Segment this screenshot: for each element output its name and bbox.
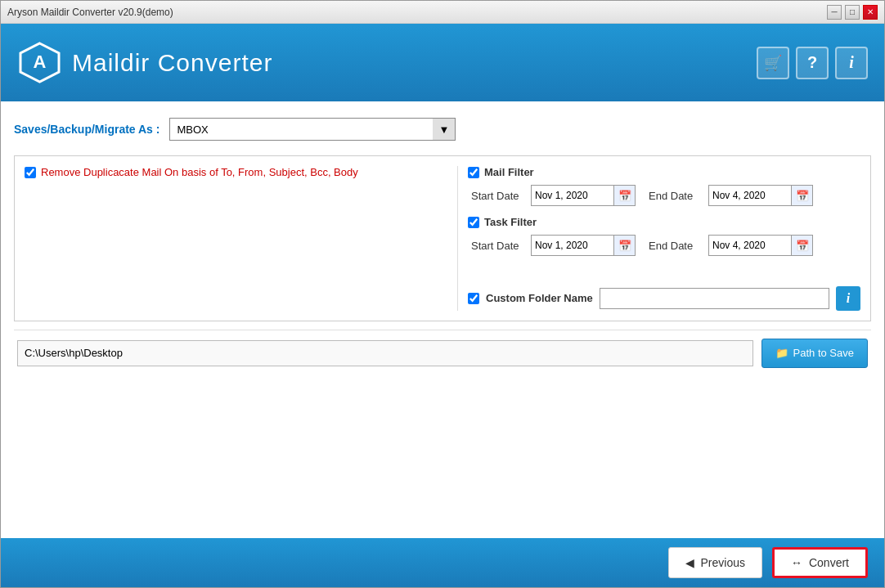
right-panel: Mail Filter Start Date 📅 End Date 📅 xyxy=(468,166,860,311)
mail-end-date-input[interactable] xyxy=(709,186,791,205)
saves-select-wrapper: MBOX PST EML MSG PDF HTML CSV ▼ xyxy=(169,118,456,141)
path-input[interactable] xyxy=(17,340,753,366)
task-start-cal-button[interactable]: 📅 xyxy=(613,236,635,255)
previous-label: Previous xyxy=(701,556,745,569)
mail-filter-checkbox[interactable] xyxy=(468,167,479,178)
mail-filter-header: Mail Filter xyxy=(468,166,860,178)
previous-icon: ◀ xyxy=(685,556,694,569)
task-end-date-label: End Date xyxy=(649,240,702,252)
task-start-date-wrapper: 📅 xyxy=(531,235,636,256)
convert-label: Convert xyxy=(809,556,849,569)
saves-select[interactable]: MBOX PST EML MSG PDF HTML CSV xyxy=(169,118,456,141)
bottom-bar: ◀ Previous ↔ Convert xyxy=(1,538,884,587)
task-end-date-wrapper: 📅 xyxy=(708,235,813,256)
title-bar-controls: ─ □ ✕ xyxy=(827,5,878,20)
mail-end-date-wrapper: 📅 xyxy=(708,185,813,206)
task-filter-title: Task Filter xyxy=(484,216,537,228)
app-logo-icon: A xyxy=(17,40,62,85)
custom-folder-info-button[interactable]: i xyxy=(836,286,860,311)
task-filter-section: Task Filter Start Date 📅 End Date 📅 xyxy=(468,216,860,256)
app-title: Maildir Converter xyxy=(72,49,272,77)
task-end-date-input[interactable] xyxy=(709,236,791,255)
mail-filter-date-row: Start Date 📅 End Date 📅 xyxy=(468,185,860,206)
help-button[interactable]: ? xyxy=(796,47,829,79)
svg-text:A: A xyxy=(34,52,47,72)
close-button[interactable]: ✕ xyxy=(863,5,878,20)
duplicate-check: Remove Duplicacate Mail On basis of To, … xyxy=(25,166,447,178)
task-filter-date-row: Start Date 📅 End Date 📅 xyxy=(468,235,860,256)
task-start-date-input[interactable] xyxy=(532,236,613,255)
title-bar: Aryson Maildir Converter v20.9(demo) ─ □… xyxy=(1,1,884,24)
left-panel: Remove Duplicacate Mail On basis of To, … xyxy=(25,166,458,311)
minimize-button[interactable]: ─ xyxy=(827,5,842,20)
task-filter-checkbox[interactable] xyxy=(468,217,479,228)
saves-label: Saves/Backup/Migrate As : xyxy=(14,123,159,136)
options-panel: Remove Duplicacate Mail On basis of To, … xyxy=(14,155,871,321)
path-section: 📁 Path to Save xyxy=(14,330,871,376)
path-save-icon: 📁 xyxy=(775,347,788,359)
duplicate-label: Remove Duplicacate Mail On basis of To, … xyxy=(41,166,358,178)
mail-start-cal-button[interactable]: 📅 xyxy=(613,186,635,205)
mail-end-cal-button[interactable]: 📅 xyxy=(791,186,812,205)
convert-icon: ↔ xyxy=(791,556,802,569)
custom-folder-label: Custom Folder Name xyxy=(486,292,593,304)
task-filter-header: Task Filter xyxy=(468,216,860,228)
custom-folder-checkbox[interactable] xyxy=(468,293,479,304)
custom-folder-input[interactable] xyxy=(600,288,829,309)
previous-button[interactable]: ◀ Previous xyxy=(668,547,762,578)
mail-start-date-label: Start Date xyxy=(471,190,524,202)
mail-start-date-wrapper: 📅 xyxy=(531,185,636,206)
app-logo: A Maildir Converter xyxy=(17,40,272,85)
task-start-date-label: Start Date xyxy=(471,240,524,252)
main-window: Aryson Maildir Converter v20.9(demo) ─ □… xyxy=(0,0,885,588)
mail-filter-title: Mail Filter xyxy=(484,166,534,178)
main-content: Saves/Backup/Migrate As : MBOX PST EML M… xyxy=(1,101,884,538)
saves-row: Saves/Backup/Migrate As : MBOX PST EML M… xyxy=(14,111,871,147)
duplicate-checkbox[interactable] xyxy=(25,167,36,178)
mail-end-date-label: End Date xyxy=(649,190,702,202)
task-end-cal-button[interactable]: 📅 xyxy=(791,236,812,255)
app-header: A Maildir Converter 🛒 ? i xyxy=(1,24,884,101)
mail-start-date-input[interactable] xyxy=(532,186,613,205)
cart-button[interactable]: 🛒 xyxy=(757,47,789,79)
mail-filter-section: Mail Filter Start Date 📅 End Date 📅 xyxy=(468,166,860,206)
path-save-label: Path to Save xyxy=(793,347,854,359)
info-button[interactable]: i xyxy=(835,47,868,79)
title-bar-text: Aryson Maildir Converter v20.9(demo) xyxy=(7,7,173,18)
convert-button[interactable]: ↔ Convert xyxy=(772,547,868,578)
header-actions: 🛒 ? i xyxy=(757,47,868,79)
path-to-save-button[interactable]: 📁 Path to Save xyxy=(761,339,868,368)
maximize-button[interactable]: □ xyxy=(845,5,860,20)
custom-folder-row: Custom Folder Name i xyxy=(468,280,860,311)
